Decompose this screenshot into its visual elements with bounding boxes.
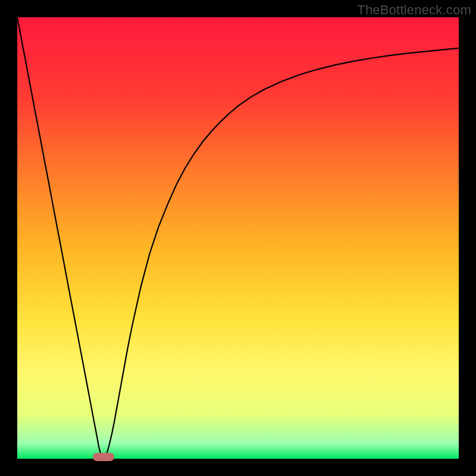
chart-svg: [17, 17, 459, 459]
optimum-marker: [93, 453, 114, 461]
chart-frame: [17, 17, 459, 459]
gradient-background: [17, 17, 459, 459]
watermark-label: TheBottleneck.com: [357, 2, 471, 18]
